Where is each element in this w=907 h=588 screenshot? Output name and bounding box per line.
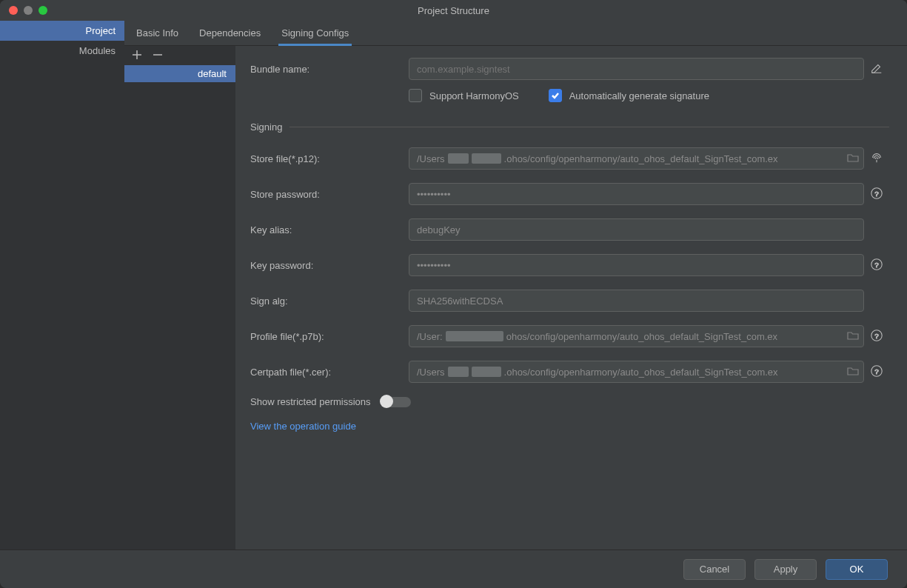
dialog-footer: Cancel Apply OK [0,549,907,588]
signing-section-label: Signing [250,121,289,133]
cancel-button[interactable]: Cancel [683,559,746,580]
store-password-input[interactable] [409,183,864,205]
add-config-button[interactable] [132,50,142,62]
remove-config-button[interactable] [153,50,163,62]
svg-text:?: ? [874,260,879,268]
operation-guide-link[interactable]: View the operation guide [250,421,356,432]
folder-icon[interactable] [847,330,859,343]
svg-text:?: ? [874,367,879,375]
ok-button[interactable]: OK [826,559,888,580]
bundle-name-label: Bundle name: [250,64,409,75]
certpath-file-label: Certpath file(*.cer): [250,367,409,378]
support-harmonyos-checkbox[interactable]: Support HarmonyOS [409,89,519,102]
tab-label: Signing Configs [281,27,349,39]
key-alias-input[interactable] [409,218,864,241]
redacted-text [448,153,469,164]
tabs: Basic Info Dependencies Signing Configs [124,21,907,46]
folder-icon[interactable] [847,366,859,378]
certpath-file-input[interactable]: /Users .ohos/config/openharmony/auto_oho… [409,361,864,383]
bundle-name-input[interactable] [409,58,864,80]
tab-label: Dependencies [199,27,261,39]
project-structure-window: Project Structure Project Modules Basic … [0,0,907,588]
help-icon[interactable]: ? [870,258,883,273]
config-list-item-label: default [198,68,227,79]
sidebar-item-project[interactable]: Project [0,21,124,41]
key-password-label: Key password: [250,260,409,271]
minimize-window-button[interactable] [24,6,33,15]
checkbox-label: Automatically generate signature [569,90,709,101]
help-icon[interactable]: ? [870,329,883,344]
maximize-window-button[interactable] [39,6,47,15]
sign-alg-label: Sign alg: [250,295,409,307]
edit-icon[interactable] [870,61,883,77]
sidebar-item-label: Modules [79,45,116,56]
apply-button[interactable]: Apply [754,559,817,580]
auto-generate-signature-checkbox[interactable]: Automatically generate signature [549,89,709,102]
checkbox-box [409,89,422,102]
tab-basic-info[interactable]: Basic Info [133,21,181,45]
svg-text:?: ? [874,189,879,197]
form-area: Bundle name: [235,46,907,549]
tab-label: Basic Info [136,27,178,39]
key-alias-label: Key alias: [250,224,409,235]
tab-signing-configs[interactable]: Signing Configs [278,21,352,45]
left-sidebar: Project Modules [0,21,124,549]
main-area: Basic Info Dependencies Signing Configs [124,21,907,549]
store-file-label: Store file(*.p12): [250,153,409,164]
help-icon[interactable]: ? [870,187,883,202]
divider [289,127,889,127]
titlebar: Project Structure [0,0,907,21]
redacted-text [446,331,503,341]
sidebar-item-modules[interactable]: Modules [0,41,124,61]
restricted-permissions-toggle[interactable] [381,397,411,407]
redacted-text [472,367,501,377]
window-controls [0,6,47,15]
help-icon[interactable]: ? [870,364,883,380]
folder-icon[interactable] [847,153,859,165]
store-password-label: Store password: [250,189,409,200]
svg-text:?: ? [874,331,879,339]
close-window-button[interactable] [9,6,18,15]
tab-dependencies[interactable]: Dependencies [196,21,264,45]
sign-alg-input[interactable] [409,290,864,312]
redacted-text [448,367,469,377]
checkbox-label: Support HarmonyOS [429,90,519,101]
store-file-input[interactable]: /Users .ohos/config/openharmony/auto_oho… [409,147,864,170]
restricted-permissions-label: Show restricted permissions [250,396,371,407]
profile-file-input[interactable]: /User: ohos/config/openharmony/auto_ohos… [409,325,864,347]
config-list-item-default[interactable]: default [124,65,235,82]
checkbox-box [549,89,562,102]
fingerprint-icon[interactable] [870,151,883,167]
key-password-input[interactable] [409,254,864,276]
profile-file-label: Profile file(*.p7b): [250,331,409,342]
config-list-panel: default [124,46,235,549]
config-list-tools [124,46,235,65]
sidebar-item-label: Project [86,25,116,36]
window-title: Project Structure [0,5,907,16]
redacted-text [472,153,501,164]
